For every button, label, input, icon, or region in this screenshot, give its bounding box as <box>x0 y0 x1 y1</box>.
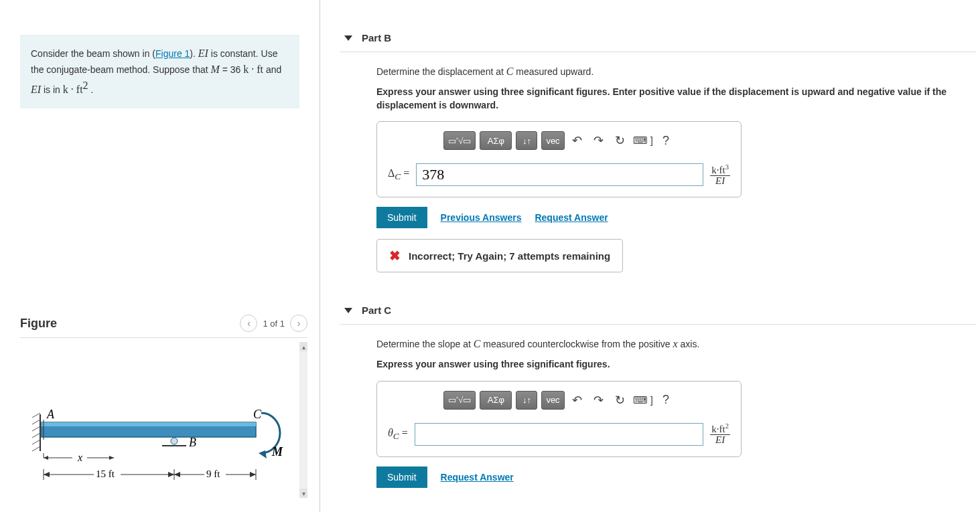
part-c-header[interactable]: Part C <box>340 296 976 325</box>
part-b-header[interactable]: Part B <box>340 24 976 52</box>
equation-toolbar: ▭▫√▭ ΑΣφ ↓↑ vec ↶ ↷ ↻ ⌨ ] ? <box>384 131 734 150</box>
part-b-request-answer-link[interactable]: Request Answer <box>535 212 608 223</box>
part-b-instructions: Express your answer using three signific… <box>376 86 972 112</box>
help-icon[interactable]: ? <box>657 392 675 409</box>
svg-point-10 <box>171 438 178 444</box>
figure-link[interactable]: Figure 1 <box>155 48 190 59</box>
updown-button[interactable]: ↓↑ <box>516 131 537 150</box>
svg-marker-27 <box>250 472 256 477</box>
text: EI <box>198 48 208 59</box>
redo-icon[interactable]: ↷ <box>590 132 608 149</box>
redo-icon[interactable]: ↷ <box>590 392 608 409</box>
part-c-description: Determine the slope at C measured counte… <box>376 338 972 350</box>
figure-section: Figure ‹ 1 of 1 › A <box>20 315 307 498</box>
figure-nav-label: 1 of 1 <box>263 319 285 329</box>
svg-rect-8 <box>42 422 256 426</box>
part-b-input[interactable] <box>416 163 703 186</box>
vec-button[interactable]: vec <box>541 131 564 150</box>
undo-icon[interactable]: ↶ <box>569 132 586 149</box>
part-c: Part C Determine the slope at C measured… <box>340 296 980 488</box>
part-b-variable: ΔC = <box>388 167 409 182</box>
scroll-down-icon[interactable]: ▾ <box>299 489 307 498</box>
part-b: Part B Determine the displacement at C m… <box>340 24 980 272</box>
svg-marker-12 <box>259 450 267 458</box>
figure-canvas: A C B M x <box>20 337 307 498</box>
label-d1: 15 ft <box>96 468 115 479</box>
label-x: x <box>77 452 82 463</box>
part-b-submit-button[interactable]: Submit <box>376 207 427 228</box>
part-c-submit-button[interactable]: Submit <box>376 466 427 488</box>
keyboard-icon[interactable]: ⌨ ] <box>633 394 653 406</box>
label-m: M <box>271 445 283 458</box>
figure-scrollbar[interactable]: ▴ ▾ <box>299 342 307 498</box>
label-a: A <box>46 408 55 421</box>
part-c-request-answer-link[interactable]: Request Answer <box>441 472 514 483</box>
figure-title: Figure <box>20 317 57 331</box>
text: k · ft <box>63 84 83 95</box>
text: . <box>88 84 94 95</box>
templates-button[interactable]: ▭▫√▭ <box>443 131 476 150</box>
problem-statement: Consider the beam shown in (Figure 1). E… <box>20 35 299 108</box>
part-c-input[interactable] <box>415 423 704 446</box>
svg-marker-21 <box>44 472 50 477</box>
part-b-answer-box: ▭▫√▭ ΑΣφ ↓↑ vec ↶ ↷ ↻ ⌨ ] ? ΔC = <box>376 121 742 197</box>
text: M <box>211 64 220 75</box>
undo-icon[interactable]: ↶ <box>569 392 586 409</box>
collapse-icon <box>344 308 352 313</box>
text: = 36 <box>220 64 243 75</box>
svg-line-4 <box>32 433 40 438</box>
help-icon[interactable]: ? <box>657 132 675 149</box>
text: and <box>263 64 281 75</box>
vec-button[interactable]: vec <box>541 391 564 410</box>
beam-diagram: A C B M x <box>20 341 295 495</box>
greek-button[interactable]: ΑΣφ <box>480 391 512 410</box>
svg-marker-26 <box>174 472 180 477</box>
svg-line-1 <box>32 413 40 418</box>
label-d2: 9 ft <box>206 468 220 479</box>
text: is in <box>41 84 63 95</box>
part-c-title: Part C <box>362 305 391 316</box>
updown-button[interactable]: ↓↑ <box>516 391 537 410</box>
part-b-units: k·ft3 EI <box>710 164 730 186</box>
collapse-icon <box>344 35 352 41</box>
part-c-answer-box: ▭▫√▭ ΑΣφ ↓↑ vec ↶ ↷ ↻ ⌨ ] ? θC = <box>376 381 742 457</box>
figure-next-button[interactable]: › <box>290 315 307 332</box>
figure-prev-button[interactable]: ‹ <box>240 315 257 332</box>
svg-line-5 <box>32 440 40 444</box>
svg-line-6 <box>32 446 40 451</box>
right-pane: Part B Determine the displacement at C m… <box>320 0 980 512</box>
label-b: B <box>189 436 196 449</box>
greek-button[interactable]: ΑΣφ <box>480 131 512 150</box>
feedback-text: Incorrect; Try Again; 7 attempts remaini… <box>409 250 610 262</box>
part-c-units: k·ft2 EI <box>710 423 730 445</box>
incorrect-icon: ✖ <box>389 248 401 264</box>
equation-toolbar: ▭▫√▭ ΑΣφ ↓↑ vec ↶ ↷ ↻ ⌨ ] ? <box>384 391 734 410</box>
templates-button[interactable]: ▭▫√▭ <box>443 391 476 410</box>
svg-line-3 <box>32 426 40 431</box>
feedback-box: ✖ Incorrect; Try Again; 7 attempts remai… <box>376 239 623 272</box>
label-c: C <box>253 408 262 421</box>
svg-marker-15 <box>44 456 48 460</box>
part-b-title: Part B <box>362 32 391 44</box>
text: k · ft <box>243 64 263 75</box>
part-c-variable: θC = <box>388 427 408 442</box>
svg-line-2 <box>32 420 40 424</box>
reset-icon[interactable]: ↻ <box>612 132 629 149</box>
scroll-up-icon[interactable]: ▴ <box>299 342 307 351</box>
text: EI <box>31 84 41 95</box>
left-pane: Consider the beam shown in (Figure 1). E… <box>0 0 320 512</box>
part-c-instructions: Express your answer using three signific… <box>376 358 972 371</box>
previous-answers-link[interactable]: Previous Answers <box>441 212 522 223</box>
text: 2 <box>83 80 88 91</box>
text: Consider the beam shown in ( <box>31 48 155 59</box>
text: ). <box>190 48 198 59</box>
svg-marker-22 <box>168 472 174 477</box>
keyboard-icon[interactable]: ⌨ ] <box>633 135 653 147</box>
reset-icon[interactable]: ↻ <box>612 392 629 409</box>
svg-marker-17 <box>109 456 114 460</box>
part-b-description: Determine the displacement at C measured… <box>376 66 972 78</box>
